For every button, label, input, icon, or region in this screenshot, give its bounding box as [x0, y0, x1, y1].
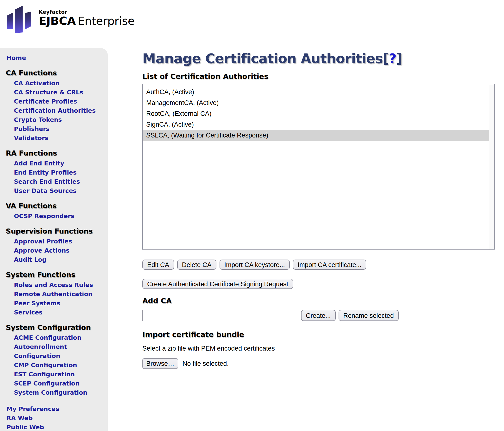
import-bundle-heading: Import certificate bundle	[142, 330, 504, 339]
add-ca-heading: Add CA	[142, 297, 504, 305]
brand-edition: Enterprise	[78, 14, 135, 28]
page-title-text: Manage Certification Authorities	[142, 51, 383, 66]
main-content: Manage Certification Authorities[?] List…	[108, 48, 504, 369]
csr-button-row: Create Authenticated Certificate Signing…	[142, 279, 504, 289]
rename-selected-button[interactable]: Rename selected	[339, 310, 399, 321]
sidebar-section: VA FunctionsOCSP Responders	[0, 202, 108, 221]
app-header: Keyfactor EJBCAEnterprise	[0, 0, 504, 48]
sidebar-item[interactable]: Peer Systems	[0, 299, 108, 308]
sidebar-section: CA FunctionsCA ActivationCA Structure & …	[0, 69, 108, 143]
sidebar-section-title: System Configuration	[0, 323, 108, 332]
ca-list-item[interactable]: ManagementCA, (Active)	[143, 97, 489, 108]
sidebar-item[interactable]: CA Activation	[0, 79, 108, 88]
sidebar-item[interactable]: CMP Configuration	[0, 361, 108, 370]
logo-bar-left	[7, 12, 13, 29]
page-title: Manage Certification Authorities[?]	[142, 51, 504, 66]
sidebar-item[interactable]: Validators	[0, 134, 108, 143]
sidebar-sections: CA FunctionsCA ActivationCA Structure & …	[0, 69, 108, 397]
sidebar-item[interactable]: User Data Sources	[0, 186, 108, 196]
sidebar-link[interactable]: Public Web	[0, 423, 108, 431]
sidebar-section: RA FunctionsAdd End EntityEnd Entity Pro…	[0, 149, 108, 196]
sidebar-item[interactable]: Roles and Access Rules	[0, 281, 108, 290]
ca-list-item[interactable]: AuthCA, (Active)	[143, 87, 489, 97]
import-bundle-instruction: Select a zip file with PEM encoded certi…	[142, 345, 504, 352]
sidebar-item[interactable]: Search End Entities	[0, 177, 108, 186]
sidebar-item[interactable]: Publishers	[0, 124, 108, 134]
ca-action-button[interactable]: Import CA certificate...	[293, 260, 367, 270]
ca-listbox-options: AuthCA, (Active)ManagementCA, (Active)Ro…	[143, 84, 489, 141]
sidebar-item[interactable]: OCSP Responders	[0, 212, 108, 221]
help-bracket-close: ]	[396, 51, 402, 66]
ca-list-item[interactable]: SignCA, (Active)	[143, 119, 489, 130]
keyfactor-bars-icon	[6, 2, 34, 34]
scrollbar-track[interactable]	[489, 84, 494, 249]
logo-bar-middle	[15, 6, 23, 33]
file-upload-row: Browse… No file selected.	[142, 358, 504, 369]
ca-listbox[interactable]: AuthCA, (Active)ManagementCA, (Active)Ro…	[142, 84, 495, 250]
sidebar-item[interactable]: Autoenrollment Configuration	[0, 342, 108, 361]
brand-text: Keyfactor EJBCAEnterprise	[39, 2, 135, 34]
ca-action-button[interactable]: Import CA keystore...	[220, 260, 290, 270]
sidebar-link[interactable]: RA Web	[0, 414, 108, 423]
brand-logo: Keyfactor EJBCAEnterprise	[6, 2, 135, 34]
sidebar-bottom-links: My PreferencesRA WebPublic WebDocumentat…	[0, 404, 108, 431]
ca-list-item[interactable]: SSLCA, (Waiting for Certificate Response…	[143, 130, 489, 141]
sidebar: Home CA FunctionsCA ActivationCA Structu…	[0, 48, 108, 431]
sidebar-item[interactable]: Approval Profiles	[0, 237, 108, 246]
add-ca-row: Create... Rename selected	[142, 310, 504, 321]
sidebar-section: System FunctionsRoles and Access RulesRe…	[0, 271, 108, 317]
sidebar-item[interactable]: ACME Configuration	[0, 333, 108, 342]
ca-action-button[interactable]: Edit CA	[142, 260, 174, 270]
brand-product: EJBCA	[39, 14, 76, 28]
create-csr-button[interactable]: Create Authenticated Certificate Signing…	[142, 279, 293, 289]
file-status: No file selected.	[182, 360, 229, 367]
list-heading: List of Certification Authorities	[142, 72, 504, 81]
sidebar-section-title: VA Functions	[0, 202, 108, 210]
sidebar-item[interactable]: SCEP Configuration	[0, 379, 108, 388]
sidebar-section: Supervision FunctionsApproval ProfilesAp…	[0, 227, 108, 264]
help-question-mark: ?	[389, 51, 396, 66]
ca-action-button[interactable]: Delete CA	[177, 260, 216, 270]
create-ca-button[interactable]: Create...	[301, 310, 336, 321]
sidebar-section-title: CA Functions	[0, 69, 108, 77]
sidebar-item[interactable]: End Entity Profiles	[0, 168, 108, 177]
help-bracket-open: [	[383, 51, 389, 66]
sidebar-item[interactable]: CA Structure & CRLs	[0, 88, 108, 97]
logo-bar-right	[25, 11, 31, 29]
sidebar-section-title: RA Functions	[0, 149, 108, 157]
sidebar-item[interactable]: EST Configuration	[0, 370, 108, 379]
add-ca-name-input[interactable]	[142, 310, 298, 321]
ca-action-buttons: Edit CADelete CAImport CA keystore...Imp…	[142, 260, 504, 270]
sidebar-section: System ConfigurationACME ConfigurationAu…	[0, 323, 108, 397]
sidebar-item[interactable]: System Configuration	[0, 388, 108, 397]
sidebar-section-title: Supervision Functions	[0, 227, 108, 235]
sidebar-item[interactable]: Certificate Profiles	[0, 97, 108, 106]
ca-list-item[interactable]: RootCA, (External CA)	[143, 108, 489, 119]
sidebar-link[interactable]: My Preferences	[0, 404, 108, 414]
browse-button[interactable]: Browse…	[142, 358, 178, 369]
sidebar-item[interactable]: Add End Entity	[0, 159, 108, 168]
sidebar-item[interactable]: Audit Log	[0, 255, 108, 264]
sidebar-item[interactable]: Services	[0, 308, 108, 317]
help-link[interactable]: [?]	[383, 51, 402, 66]
sidebar-item[interactable]: Crypto Tokens	[0, 115, 108, 124]
brand-product-line: EJBCAEnterprise	[39, 15, 135, 27]
sidebar-section-title: System Functions	[0, 271, 108, 279]
sidebar-item[interactable]: Certification Authorities	[0, 106, 108, 115]
sidebar-item-home[interactable]: Home	[0, 54, 108, 63]
sidebar-item[interactable]: Remote Authentication	[0, 290, 108, 299]
sidebar-item[interactable]: Approve Actions	[0, 246, 108, 255]
